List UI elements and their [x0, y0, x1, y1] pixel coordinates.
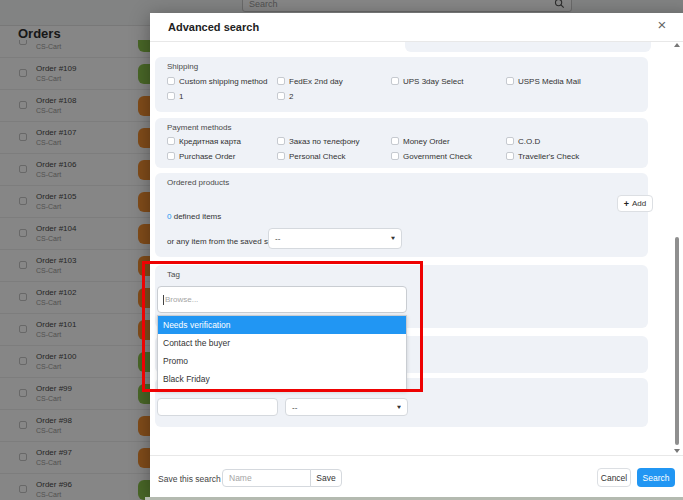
chevron-down-icon: ▾: [391, 235, 395, 242]
checkbox-label: Кредитная карта: [179, 137, 241, 146]
checkbox[interactable]: [167, 137, 175, 145]
checkbox[interactable]: [506, 152, 514, 160]
checkbox-label: 2: [289, 92, 293, 101]
checkbox-option[interactable]: Кредитная карта: [167, 135, 241, 147]
checkbox-label: USPS Media Mail: [518, 77, 581, 86]
checkbox-label: FedEx 2nd day: [289, 77, 343, 86]
checkbox-option[interactable]: Government Check: [391, 150, 472, 162]
checkbox-option[interactable]: 2: [277, 90, 293, 102]
save-button[interactable]: Save: [310, 469, 342, 487]
checkbox-label: Personal Check: [289, 152, 345, 161]
checkbox[interactable]: [506, 77, 514, 85]
close-icon[interactable]: ×: [653, 16, 671, 34]
checkbox[interactable]: [506, 137, 514, 145]
section-shipping: Shipping Custom shipping methodFedEx 2nd…: [155, 57, 648, 112]
advanced-search-modal: Advanced search × Shipping Custom shippi…: [150, 13, 683, 497]
checkbox-label: Заказ по телефону: [289, 137, 360, 146]
checkbox-label: Purchase Order: [179, 152, 235, 161]
section-label: Shipping: [167, 62, 198, 71]
search-button[interactable]: Search: [637, 468, 675, 487]
saved-search-select-value: --: [275, 234, 280, 243]
checkbox-option[interactable]: FedEx 2nd day: [277, 75, 343, 87]
scrollbar-thumb[interactable]: [675, 237, 679, 445]
add-button-label: Add: [632, 199, 646, 208]
checkbox[interactable]: [167, 77, 175, 85]
extra-filter-input[interactable]: [157, 398, 278, 416]
extra-filter-select[interactable]: -- ▾: [285, 398, 408, 416]
checkbox-label: UPS 3day Select: [403, 77, 463, 86]
checkbox[interactable]: [277, 137, 285, 145]
section-label: Ordered products: [167, 178, 229, 187]
checkbox-label: Traveller's Check: [518, 152, 579, 161]
checkbox[interactable]: [277, 152, 285, 160]
defined-items-count[interactable]: 0: [167, 212, 171, 221]
checkbox-label: C.O.D: [518, 137, 540, 146]
checkbox-label: Custom shipping method: [179, 77, 268, 86]
scrolled-section-remnant: [405, 42, 651, 52]
footer-divider: [150, 455, 683, 456]
checkbox-label: Government Check: [403, 152, 472, 161]
add-button[interactable]: + Add: [617, 195, 653, 212]
checkbox[interactable]: [391, 152, 399, 160]
checkbox[interactable]: [167, 92, 175, 100]
section-ordered-products: Ordered products + Add 0 defined items o…: [155, 173, 648, 257]
checkbox[interactable]: [167, 152, 175, 160]
chevron-down-icon: ▾: [397, 403, 401, 410]
checkbox-option[interactable]: Money Order: [391, 135, 450, 147]
checkbox-label: Money Order: [403, 137, 450, 146]
checkbox[interactable]: [277, 92, 285, 100]
checkbox-option[interactable]: Custom shipping method: [167, 75, 268, 87]
screen: Search Orders CS-CartOrder #109CS-CartOr…: [0, 0, 683, 500]
save-name-input[interactable]: Name: [222, 469, 311, 487]
checkbox-option[interactable]: UPS 3day Select: [391, 75, 463, 87]
checkbox-option[interactable]: Purchase Order: [167, 150, 235, 162]
checkbox-option[interactable]: 1: [167, 90, 183, 102]
checkbox-option[interactable]: C.O.D: [506, 135, 540, 147]
defined-items-text: 0 defined items: [167, 212, 221, 221]
tag-highlight-box: [142, 261, 423, 392]
checkbox[interactable]: [277, 77, 285, 85]
checkbox-option[interactable]: Traveller's Check: [506, 150, 579, 162]
checkbox-option[interactable]: Personal Check: [277, 150, 345, 162]
cancel-button[interactable]: Cancel: [597, 468, 631, 487]
modal-title: Advanced search: [168, 21, 259, 33]
checkbox-option[interactable]: USPS Media Mail: [506, 75, 581, 87]
plus-icon: +: [624, 199, 629, 209]
scroll-down-arrow-icon[interactable]: [674, 449, 680, 453]
section-label: Payment methods: [167, 123, 231, 132]
save-name-placeholder: Name: [229, 473, 252, 483]
extra-filter-select-value: --: [292, 403, 297, 412]
saved-search-select[interactable]: -- ▾: [268, 228, 402, 249]
scroll-up-arrow-icon[interactable]: [674, 43, 680, 47]
checkbox[interactable]: [391, 137, 399, 145]
checkbox-option[interactable]: Заказ по телефону: [277, 135, 360, 147]
checkbox-label: 1: [179, 92, 183, 101]
section-payment-methods: Payment methods Кредитная картаЗаказ по …: [155, 118, 648, 168]
checkbox[interactable]: [391, 77, 399, 85]
